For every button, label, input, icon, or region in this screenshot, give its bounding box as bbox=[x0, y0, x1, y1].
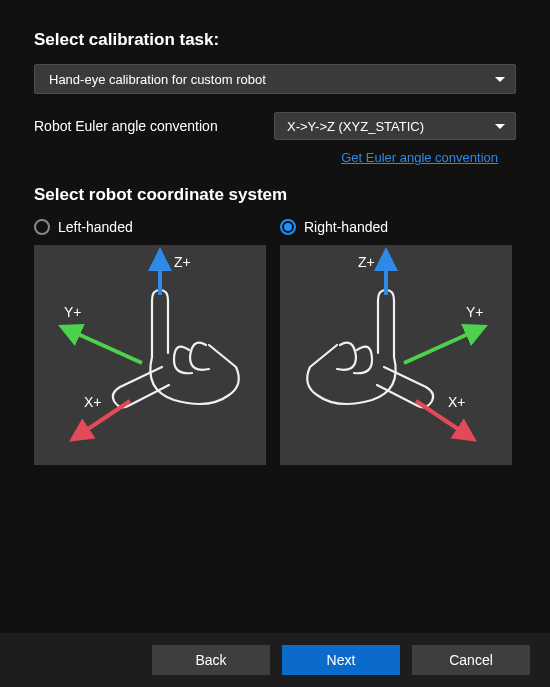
z-axis-label: Z+ bbox=[174, 254, 191, 270]
select-coord-heading: Select robot coordinate system bbox=[34, 185, 516, 205]
next-button[interactable]: Next bbox=[282, 645, 400, 675]
y-axis-label: Y+ bbox=[466, 304, 484, 320]
radio-icon bbox=[34, 219, 50, 235]
footer-bar: Back Next Cancel bbox=[0, 633, 550, 687]
back-button[interactable]: Back bbox=[152, 645, 270, 675]
x-axis-label: X+ bbox=[448, 394, 466, 410]
select-task-heading: Select calibration task: bbox=[34, 30, 516, 50]
euler-convention-value: X->Y->Z (XYZ_STATIC) bbox=[287, 119, 495, 134]
x-axis-label: X+ bbox=[84, 394, 102, 410]
radio-right-handed-label: Right-handed bbox=[304, 219, 388, 235]
z-axis-label: Z+ bbox=[358, 254, 375, 270]
svg-line-1 bbox=[69, 330, 142, 363]
radio-left-handed[interactable]: Left-handed bbox=[34, 219, 264, 235]
euler-help-link[interactable]: Get Euler angle convention bbox=[341, 150, 498, 165]
left-handed-diagram: Z+ Y+ X+ bbox=[34, 245, 266, 465]
radio-left-handed-label: Left-handed bbox=[58, 219, 133, 235]
y-axis-label: Y+ bbox=[64, 304, 82, 320]
chevron-down-icon bbox=[495, 77, 505, 82]
euler-convention-dropdown[interactable]: X->Y->Z (XYZ_STATIC) bbox=[274, 112, 516, 140]
cancel-button[interactable]: Cancel bbox=[412, 645, 530, 675]
chevron-down-icon bbox=[495, 124, 505, 129]
radio-icon bbox=[280, 219, 296, 235]
svg-line-4 bbox=[404, 330, 477, 363]
calibration-task-dropdown[interactable]: Hand-eye calibration for custom robot bbox=[34, 64, 516, 94]
calibration-task-value: Hand-eye calibration for custom robot bbox=[49, 72, 495, 87]
radio-right-handed[interactable]: Right-handed bbox=[280, 219, 510, 235]
right-handed-diagram: Z+ Y+ X+ bbox=[280, 245, 512, 465]
euler-convention-label: Robot Euler angle convention bbox=[34, 118, 274, 134]
